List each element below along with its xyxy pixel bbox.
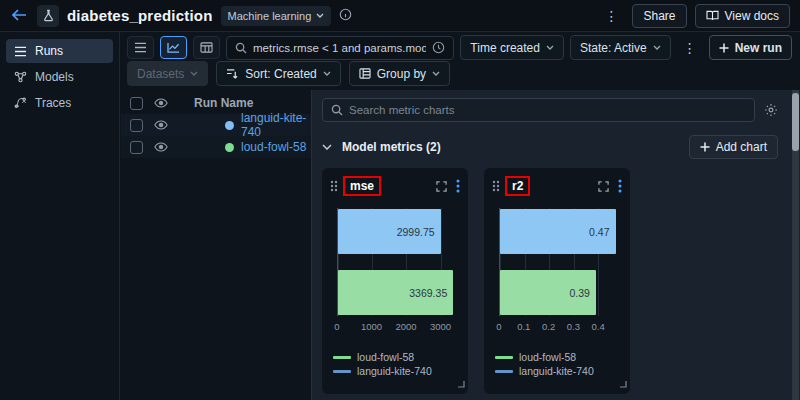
legend-entry[interactable]: loud-fowl-58 xyxy=(495,350,622,364)
add-chart-label: Add chart xyxy=(716,140,767,154)
gear-icon[interactable] xyxy=(764,103,778,117)
chart-card-header: r2 xyxy=(492,176,622,196)
list-view-icon xyxy=(134,42,147,53)
group-by-label: Group by xyxy=(377,67,426,81)
share-label: Share xyxy=(643,9,675,23)
x-axis-ticks: 00.10.20.30.4 xyxy=(499,321,618,334)
chart-cards: mse 2999. xyxy=(322,168,778,394)
view-docs-button[interactable]: View docs xyxy=(695,4,790,28)
experiment-icon xyxy=(37,5,59,27)
search-icon xyxy=(331,104,343,116)
visibility-eye-icon[interactable] xyxy=(154,142,168,152)
visibility-all-eye-icon[interactable] xyxy=(154,98,168,108)
run-name-column-header[interactable]: Run Name xyxy=(194,96,253,110)
x-tick-label: 0 xyxy=(334,321,339,332)
back-arrow-icon[interactable] xyxy=(10,8,29,24)
scrollbar-thumb[interactable] xyxy=(792,93,799,151)
run-checkbox[interactable] xyxy=(130,141,143,154)
chevron-down-icon xyxy=(653,45,661,50)
runs-search-box xyxy=(226,36,454,60)
chart-menu-icon[interactable] xyxy=(456,179,460,193)
datasets-dropdown[interactable]: Datasets xyxy=(127,61,208,86)
query-time-icon[interactable] xyxy=(432,41,445,54)
chevron-down-icon xyxy=(323,71,331,76)
x-tick-label: 0.1 xyxy=(517,321,530,332)
bar: 0.39 xyxy=(500,270,596,315)
bar-row-loud-fowl-58: 0.39 xyxy=(500,270,618,315)
x-tick-label: 0 xyxy=(496,321,501,332)
time-created-dropdown[interactable]: Time created xyxy=(460,35,564,60)
run-row-languid-kite-740[interactable]: languid-kite-740 xyxy=(121,114,311,136)
new-run-label: New run xyxy=(735,41,782,55)
x-tick-label: 0.2 xyxy=(542,321,555,332)
experiment-type-badge[interactable]: Machine learning xyxy=(221,6,332,26)
drag-handle-icon[interactable] xyxy=(492,180,500,192)
chart-card-mse: mse 2999. xyxy=(322,168,468,394)
plus-icon xyxy=(700,142,710,152)
x-tick-label: 3000 xyxy=(430,321,451,332)
time-created-label: Time created xyxy=(470,41,540,55)
legend-entry[interactable]: languid-kite-740 xyxy=(333,364,460,378)
run-row-loud-fowl-58[interactable]: loud-fowl-58 xyxy=(121,136,311,158)
expand-icon[interactable] xyxy=(598,181,609,192)
legend-entry[interactable]: loud-fowl-58 xyxy=(333,350,460,364)
group-by-dropdown[interactable]: Group by xyxy=(349,61,450,86)
toolbar-overflow-menu-icon[interactable]: ⋮ xyxy=(677,40,703,56)
view-mode-chart-button[interactable] xyxy=(160,36,187,59)
toolbar-row-1: Time created State: Active ⋮ New run xyxy=(121,32,800,62)
x-axis-ticks: 0100020003000 xyxy=(337,321,456,334)
share-button[interactable]: Share xyxy=(632,4,686,28)
view-mode-table-button[interactable] xyxy=(193,36,220,59)
sidebar-item-traces[interactable]: Traces xyxy=(6,91,113,115)
bar-plot: 0.470.39 xyxy=(499,208,618,316)
metric-charts-search-input[interactable] xyxy=(349,104,746,116)
visibility-eye-icon[interactable] xyxy=(154,120,168,130)
add-chart-button[interactable]: Add chart xyxy=(689,135,778,159)
info-icon[interactable] xyxy=(339,8,352,24)
select-all-checkbox[interactable] xyxy=(130,97,143,110)
plus-icon xyxy=(719,43,729,53)
mlflow-app: diabetes_prediction Machine learning ⋮ S… xyxy=(0,0,800,400)
legend-swatch xyxy=(333,356,351,359)
view-docs-label: View docs xyxy=(725,9,779,23)
chevron-down-icon xyxy=(432,71,440,76)
view-mode-list-button[interactable] xyxy=(127,36,154,59)
toolbar-row-2: Datasets Sort: Created Group by xyxy=(121,62,800,89)
new-run-button[interactable]: New run xyxy=(709,35,792,60)
sidebar-models-label: Models xyxy=(35,70,74,84)
runs-table: Run Name languid-kite-740 loud xyxy=(121,90,311,400)
panel-scrollbar[interactable] xyxy=(792,90,799,400)
chevron-down-icon[interactable] xyxy=(322,144,332,150)
section-title: Model metrics (2) xyxy=(342,140,441,154)
expand-icon[interactable] xyxy=(436,181,447,192)
state-filter-dropdown[interactable]: State: Active xyxy=(570,35,671,60)
sort-dropdown[interactable]: Sort: Created xyxy=(216,61,340,86)
main-area: Time created State: Active ⋮ New run Dat… xyxy=(121,32,800,400)
sort-label: Sort: Created xyxy=(245,67,316,81)
bar-value-label: 2999.75 xyxy=(397,226,435,238)
header-overflow-menu-icon[interactable]: ⋮ xyxy=(598,8,624,24)
chevron-down-icon xyxy=(546,45,554,50)
sidebar-item-models[interactable]: Models xyxy=(6,65,113,89)
resize-handle-icon[interactable] xyxy=(457,377,465,391)
run-name-link[interactable]: languid-kite-740 xyxy=(241,111,311,139)
chart-view-icon xyxy=(167,42,180,53)
chart-title: mse xyxy=(345,178,379,194)
plot-bars: 0.470.39 xyxy=(500,208,618,316)
bar: 2999.75 xyxy=(338,209,441,254)
run-name-link[interactable]: loud-fowl-58 xyxy=(241,140,306,154)
legend-swatch xyxy=(333,370,351,373)
page-title: diabetes_prediction xyxy=(67,7,213,24)
run-checkbox[interactable] xyxy=(130,119,143,132)
bar: 0.47 xyxy=(500,209,616,254)
legend-swatch xyxy=(495,370,513,373)
legend-entry[interactable]: languid-kite-740 xyxy=(495,364,622,378)
legend-label: loud-fowl-58 xyxy=(519,351,576,363)
runs-search-input[interactable] xyxy=(253,42,426,54)
chart-menu-icon[interactable] xyxy=(618,179,622,193)
model-metrics-section-header: Model metrics (2) Add chart xyxy=(322,135,778,159)
sidebar-item-runs[interactable]: Runs xyxy=(6,39,113,63)
drag-handle-icon[interactable] xyxy=(330,180,338,192)
x-tick-label: 2000 xyxy=(395,321,416,332)
resize-handle-icon[interactable] xyxy=(619,377,627,391)
